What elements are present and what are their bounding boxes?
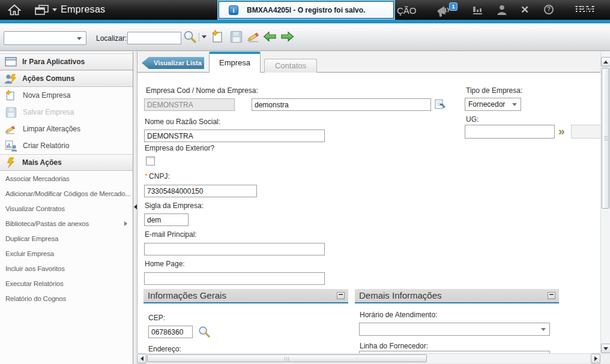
tab-empresa[interactable]: Empresa — [209, 52, 261, 73]
announcements-badge: 1 — [449, 2, 458, 11]
previous-record-icon[interactable] — [263, 31, 277, 44]
empresa-cod-input — [144, 98, 235, 111]
razao-social-input[interactable] — [144, 130, 325, 142]
tipo-empresa-select[interactable]: Fornecedor — [465, 98, 521, 111]
scroll-up-button[interactable] — [601, 57, 610, 67]
left-arrow-icon — [140, 356, 143, 361]
horario-label: Horário de Atendimento: — [360, 311, 437, 319]
localizar-input[interactable] — [127, 32, 181, 44]
action-limpar-alteracoes[interactable]: Limpar Alterações — [0, 121, 133, 137]
user-icon[interactable] — [497, 5, 507, 17]
ug-chevron-icon[interactable]: » — [558, 125, 565, 138]
common-actions-icon — [4, 73, 17, 84]
app-switcher-caret-icon[interactable] — [52, 8, 57, 11]
ug-input[interactable] — [465, 125, 555, 139]
separator — [199, 33, 199, 41]
scroll-down-button[interactable] — [601, 344, 610, 353]
action-visualizar-contratos[interactable]: Visualizar Contratos — [0, 201, 133, 216]
window-icon — [4, 57, 17, 67]
notification-banner[interactable]: i BMXAA4205I - O registro foi salvo. — [219, 1, 394, 19]
submenu-arrow-icon — [124, 221, 127, 226]
down-arrow-icon — [603, 347, 608, 350]
combo-caret-icon — [77, 37, 82, 40]
scroll-right-button[interactable] — [591, 354, 600, 363]
minimize-icon[interactable] — [548, 292, 555, 299]
next-record-icon[interactable] — [280, 31, 294, 44]
sidebar: Ir Para Aplicativos Ações Comuns Nova Em… — [0, 52, 133, 364]
homepage-input[interactable] — [144, 272, 325, 285]
exterior-checkbox[interactable] — [146, 157, 155, 166]
action-salvar-empresa: Salvar Empresa — [0, 104, 133, 121]
more-actions-label: Mais Ações — [22, 158, 62, 167]
tipo-empresa-label: Tipo de Empresa: — [466, 86, 522, 95]
section-demais-informacoes[interactable]: Demais Informações — [355, 289, 559, 303]
empresa-nome-input[interactable] — [252, 98, 431, 111]
sidebar-header-go-to-applications[interactable]: Ir Para Aplicativos — [0, 53, 133, 70]
homepage-label: Home Page: — [145, 260, 185, 268]
scroll-left-button[interactable] — [137, 354, 146, 363]
common-actions-label: Ações Comuns — [22, 74, 74, 83]
horizontal-scrollbar[interactable] — [137, 353, 600, 363]
action-incluir-aos-favoritos[interactable]: Incluir aos Favoritos — [0, 261, 133, 276]
action-duplicar-empresa[interactable]: Duplicar Empresa — [0, 231, 133, 246]
cnpj-input[interactable] — [144, 185, 257, 197]
section-informacoes-gerais[interactable]: Informações Gerais — [143, 289, 348, 303]
home-icon[interactable] — [8, 4, 21, 17]
visualizar-lista-button[interactable]: Visualizar Lista — [142, 57, 204, 69]
select-caret-icon — [512, 103, 517, 106]
action-criar-relatorio[interactable]: Criar Relatório — [0, 137, 133, 154]
action-relatorio-do-cognos[interactable]: Relatório do Cognos — [0, 291, 133, 306]
action-executar-relatorios[interactable]: Executar Relatórios — [0, 276, 133, 291]
minimize-icon[interactable] — [337, 292, 345, 299]
lightning-icon — [4, 157, 17, 168]
help-icon[interactable]: ? — [544, 5, 554, 14]
tab-contatos[interactable]: Contatos — [264, 59, 317, 73]
detail-menu-icon[interactable] — [434, 99, 446, 112]
search-icon[interactable] — [183, 29, 197, 46]
action-adicionar-modificar-codigos[interactable]: Adicionar/Modificar Códigos de Mercado..… — [0, 186, 133, 201]
action-excluir-empresa[interactable]: Excluir Empresa — [0, 246, 133, 261]
info-icon: i — [229, 5, 238, 15]
horario-select[interactable] — [359, 323, 550, 336]
clear-changes-icon[interactable] — [247, 30, 261, 45]
thumb-grip — [285, 357, 289, 361]
new-record-icon[interactable] — [211, 29, 225, 46]
save-icon — [230, 31, 243, 45]
ug-description-box — [571, 125, 600, 139]
eraser-pencil-icon — [4, 124, 17, 135]
vertical-scrollbar[interactable] — [600, 52, 610, 353]
required-icon: * — [145, 172, 148, 181]
truncated-nav-label: ÇÃO — [397, 5, 417, 16]
search-options-caret-icon[interactable] — [202, 35, 207, 38]
sidebar-header-common-actions[interactable]: Ações Comuns — [0, 70, 133, 87]
top-bar: Empresas i BMXAA4205I - O registro foi s… — [0, 0, 610, 20]
save-icon — [4, 107, 17, 118]
quick-insert-combobox[interactable] — [4, 31, 86, 45]
email-input[interactable] — [144, 243, 325, 255]
close-icon[interactable]: ✕ — [521, 4, 529, 16]
ibm-logo: IBM — [575, 4, 595, 16]
app-switcher-icon[interactable] — [35, 5, 49, 17]
action-biblioteca-pastas-anexos[interactable]: Biblioteca/Pastas de anexos — [0, 216, 133, 231]
sidebar-header-more-actions[interactable]: Mais Ações — [0, 154, 133, 171]
scrollbar-corner — [600, 353, 610, 363]
cep-input[interactable] — [148, 326, 193, 338]
thumb-grip — [604, 136, 608, 141]
action-associar-mercadorias[interactable]: Associar Mercadorias — [0, 171, 133, 186]
vertical-scroll-thumb[interactable] — [602, 68, 609, 209]
cep-search-icon[interactable] — [198, 325, 211, 340]
right-arrow-icon — [594, 356, 597, 361]
main-content: Visualizar Lista Empresa Contatos Empres… — [137, 52, 600, 353]
new-page-icon — [4, 89, 17, 102]
exterior-label: Empresa do Exterior? — [145, 144, 214, 152]
tab-strip — [137, 52, 600, 73]
toolbar: Localizar: — [0, 23, 610, 51]
action-nova-empresa[interactable]: Nova Empresa — [0, 87, 133, 104]
horizontal-scroll-thumb[interactable] — [147, 354, 427, 362]
app-title: Empresas — [61, 4, 105, 15]
endereco-label: Endereço: — [148, 345, 181, 353]
reports-icon[interactable] — [473, 5, 485, 17]
up-arrow-icon — [603, 61, 608, 64]
sigla-input[interactable] — [144, 213, 189, 226]
sigla-label: Sigla da Empresa: — [145, 201, 204, 210]
